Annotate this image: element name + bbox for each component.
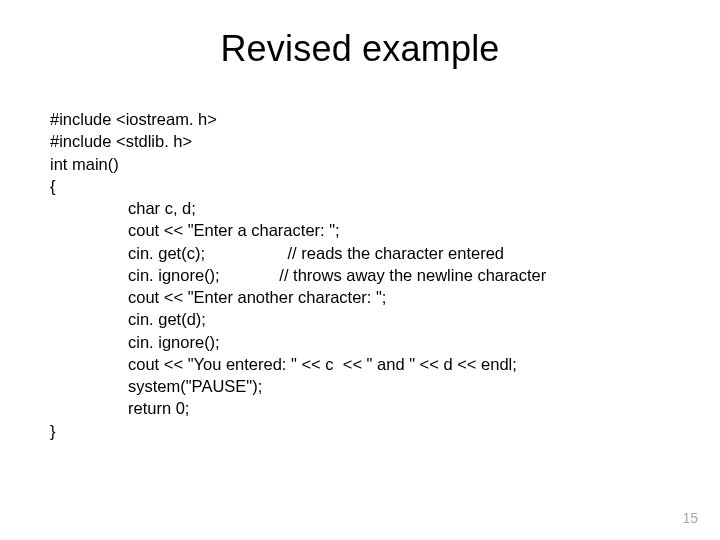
slide: Revised example #include <iostream. h> #… bbox=[0, 0, 720, 540]
code-block: #include <iostream. h> #include <stdlib.… bbox=[50, 108, 670, 442]
code-line: #include <stdlib. h> bbox=[50, 130, 670, 152]
code-line: char c, d; bbox=[50, 197, 670, 219]
code-line: cout << "You entered: " << c << " and " … bbox=[50, 353, 670, 375]
code-line: system("PAUSE"); bbox=[50, 375, 670, 397]
code-line: return 0; bbox=[50, 397, 670, 419]
code-line: cout << "Enter a character: "; bbox=[50, 219, 670, 241]
code-line: cin. get(c); // reads the character ente… bbox=[50, 242, 670, 264]
code-line: cin. get(d); bbox=[50, 308, 670, 330]
code-line: cin. ignore(); bbox=[50, 331, 670, 353]
page-number: 15 bbox=[682, 510, 698, 526]
code-line: cin. ignore(); // throws away the newlin… bbox=[50, 264, 670, 286]
code-line: int main() bbox=[50, 153, 670, 175]
code-line: cout << "Enter another character: "; bbox=[50, 286, 670, 308]
code-line: } bbox=[50, 420, 670, 442]
code-line: { bbox=[50, 175, 670, 197]
slide-title: Revised example bbox=[50, 28, 670, 70]
code-line: #include <iostream. h> bbox=[50, 108, 670, 130]
